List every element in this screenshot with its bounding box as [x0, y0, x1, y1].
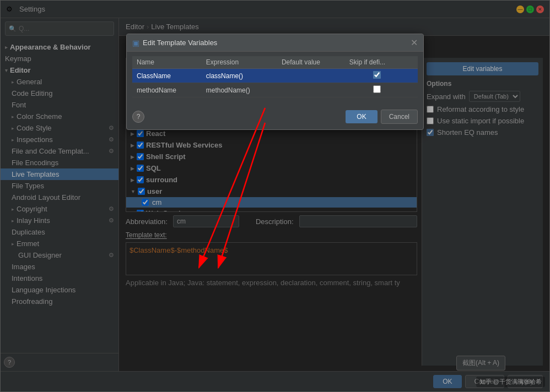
cell-expression-classname[interactable]: className() [202, 69, 277, 83]
cell-expression-methodname[interactable]: methodName() [202, 83, 277, 97]
modal-overlay: ▣ Edit Template Variables ✕ Name Express… [1, 1, 549, 391]
settings-window: ⚙ Settings — □ ✕ 🔍 ▸ Appearance & Behavi… [0, 0, 550, 392]
skip-checkbox-classname[interactable] [373, 71, 381, 79]
col-skip: Skip if defi... [345, 56, 409, 69]
cell-default-classname[interactable] [277, 69, 345, 83]
modal-icon: ▣ [132, 39, 139, 47]
cell-default-methodname[interactable] [277, 83, 345, 97]
modal-footer: ? OK Cancel [127, 106, 423, 129]
modal-close-button[interactable]: ✕ [411, 37, 418, 48]
col-default: Default value [277, 56, 345, 69]
modal-help-button[interactable]: ? [132, 111, 144, 123]
cell-name-classname: ClassName [132, 69, 202, 83]
col-name: Name [132, 56, 202, 69]
col-scroll [409, 56, 418, 69]
cell-skip-methodname[interactable] [345, 83, 409, 97]
watermark: 知乎 @干货满满张哈希 [476, 377, 545, 387]
cell-name-methodname: methodName [132, 83, 202, 97]
cell-skip-classname[interactable] [345, 69, 409, 83]
col-expression: Expression [202, 56, 277, 69]
modal-body: Name Expression Default value Skip if de… [127, 52, 423, 106]
modal-ok-button[interactable]: OK [346, 110, 377, 123]
modal-title-bar: ▣ Edit Template Variables ✕ [127, 34, 423, 52]
skip-checkbox-methodname[interactable] [373, 85, 381, 93]
edit-template-variables-modal: ▣ Edit Template Variables ✕ Name Express… [126, 34, 424, 130]
table-row-classname[interactable]: ClassName className() [132, 69, 418, 83]
table-row-methodname[interactable]: methodName methodName() [132, 83, 418, 97]
modal-table: Name Expression Default value Skip if de… [132, 56, 418, 97]
modal-cancel-button[interactable]: Cancel [381, 110, 418, 124]
modal-title: Edit Template Variables [143, 39, 407, 47]
